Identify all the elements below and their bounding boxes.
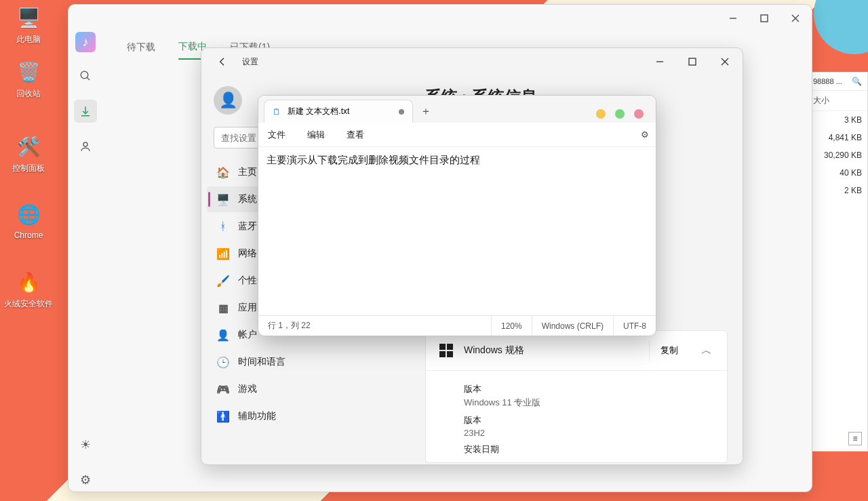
- sidebar-item-label: 游戏: [238, 383, 257, 395]
- this-pc-icon: 🖥️: [15, 4, 42, 31]
- desktop-icon-this-pc[interactable]: 🖥️此电脑: [4, 4, 53, 45]
- status-zoom[interactable]: 120%: [492, 316, 532, 336]
- svg-rect-14: [447, 351, 453, 357]
- desktop-icon-label: 回收站: [4, 88, 53, 100]
- sidebar-item-label: 系统: [238, 193, 257, 205]
- window-controls: [596, 109, 650, 119]
- file-icon: 🗒: [273, 107, 281, 117]
- desktop-icon-chrome[interactable]: 🌐Chrome: [4, 201, 53, 240]
- sidebar-item-gaming[interactable]: 🎮游戏: [207, 376, 405, 402]
- back-button[interactable]: [214, 53, 231, 71]
- notepad-window: 🗒 新建 文本文档.txt ＋ 文件 编辑 查看 ⚙ 主要演示从下载完成到删除视…: [258, 95, 656, 336]
- windows-icon: [438, 342, 454, 359]
- user-button[interactable]: [74, 135, 97, 158]
- chrome-icon: 🌐: [15, 201, 42, 228]
- downloader-sidebar: ♪ ☀ ⚙: [68, 32, 102, 492]
- home-icon: 🏠: [216, 165, 230, 179]
- avatar: 👤: [214, 86, 242, 115]
- recycle-bin-icon: 🗑️: [15, 58, 42, 85]
- file-explorer-path: 98888 ... 🔍: [808, 73, 867, 91]
- file-size-cell[interactable]: 40 KB: [808, 164, 867, 182]
- menu-edit[interactable]: 编辑: [304, 126, 328, 144]
- downloader-titlebar: [68, 5, 812, 32]
- tab-pending[interactable]: 待下载: [127, 41, 155, 59]
- sidebar-item-label: 帐户: [238, 329, 257, 341]
- svg-rect-1: [761, 15, 768, 22]
- chevron-up-icon[interactable]: ︿: [698, 344, 715, 358]
- sidebar-item-time-language[interactable]: 🕒时间和语言: [207, 349, 405, 375]
- spec-version-value: 23H2: [464, 428, 689, 438]
- unsaved-indicator-icon: [399, 109, 404, 115]
- desktop-icon-control-panel[interactable]: 🛠️控制面板: [4, 133, 53, 174]
- svg-rect-12: [447, 344, 453, 350]
- gear-icon[interactable]: ⚙: [641, 129, 649, 140]
- huorong-icon: 🔥: [15, 268, 42, 296]
- notepad-tabbar: 🗒 新建 文本文档.txt ＋: [258, 96, 656, 123]
- sidebar-item-label: 主页: [238, 166, 257, 178]
- sidebar-item-label: 辅助功能: [238, 410, 276, 422]
- windows-spec-card: Windows 规格 复制 ︿ 版本 Windows 11 专业版 版本 23H…: [425, 330, 728, 463]
- gamepad-icon: 🎮: [216, 382, 230, 396]
- tab-title: 新建 文本文档.txt: [288, 106, 349, 117]
- details-pane-toggle[interactable]: ≡: [848, 432, 862, 445]
- status-eol: Windows (CRLF): [532, 316, 614, 336]
- app-logo: ♪: [75, 32, 96, 52]
- column-header-size[interactable]: 大小: [808, 91, 867, 111]
- close-button[interactable]: [634, 109, 644, 119]
- close-button[interactable]: [714, 52, 736, 71]
- maximize-button[interactable]: [615, 109, 625, 119]
- spec-version-label: 版本: [464, 414, 689, 426]
- theme-button[interactable]: ☀: [74, 433, 97, 456]
- svg-point-6: [83, 142, 87, 146]
- notepad-editor[interactable]: 主要演示从下载完成到删除视频文件目录的过程: [258, 147, 656, 315]
- desktop-icon-label: 此电脑: [4, 34, 53, 45]
- file-size-cell[interactable]: 30,290 KB: [808, 146, 867, 164]
- spec-install-label: 安装日期: [464, 443, 689, 456]
- notepad-statusbar: 行 1，列 22 120% Windows (CRLF) UTF-8: [258, 315, 656, 336]
- desktop-icon-label: 控制面板: [4, 163, 53, 174]
- sidebar-item-label: 应用: [238, 302, 257, 314]
- maximize-button[interactable]: [755, 9, 774, 28]
- menu-file[interactable]: 文件: [265, 126, 288, 144]
- desktop-icon-huorong[interactable]: 🔥火绒安全软件: [4, 268, 53, 310]
- bluetooth-icon: ᚼ: [216, 220, 230, 233]
- spec-edition-value: Windows 11 专业版: [464, 397, 689, 409]
- downloads-button[interactable]: [74, 100, 97, 123]
- sidebar-item-label: 蓝牙: [238, 220, 257, 233]
- desktop-icon-label: 火绒安全软件: [4, 298, 53, 310]
- file-size-cell[interactable]: 4,841 KB: [808, 129, 867, 146]
- notepad-menubar: 文件 编辑 查看 ⚙: [258, 123, 656, 147]
- close-button[interactable]: [786, 9, 805, 28]
- spec-edition-label: 版本: [464, 383, 689, 395]
- control-panel-icon: 🛠️: [15, 133, 42, 160]
- system-icon: 🖥️: [216, 193, 230, 206]
- file-size-cell[interactable]: 3 KB: [808, 111, 867, 129]
- clock-icon: 🕒: [216, 355, 230, 369]
- desktop-icon-label: Chrome: [4, 231, 53, 240]
- sidebar-item-accessibility[interactable]: 🚹辅助功能: [207, 403, 405, 429]
- copy-button[interactable]: 复制: [649, 340, 689, 361]
- maximize-button[interactable]: [682, 52, 703, 71]
- brush-icon: 🖌️: [216, 274, 230, 287]
- status-encoding: UTF-8: [614, 316, 656, 336]
- spec-title: Windows 规格: [464, 344, 639, 357]
- account-icon: 👤: [216, 328, 230, 342]
- minimize-button[interactable]: [724, 9, 743, 28]
- svg-line-5: [87, 77, 90, 80]
- accessibility-icon: 🚹: [216, 409, 230, 423]
- search-button[interactable]: [74, 64, 97, 87]
- svg-rect-11: [439, 344, 446, 350]
- minimize-button[interactable]: [649, 52, 671, 71]
- status-position: 行 1，列 22: [258, 316, 492, 336]
- menu-view[interactable]: 查看: [344, 126, 367, 144]
- notepad-tab[interactable]: 🗒 新建 文本文档.txt: [264, 100, 413, 123]
- apps-icon: ▦: [216, 301, 230, 315]
- minimize-button[interactable]: [596, 109, 606, 119]
- search-icon[interactable]: 🔍: [852, 77, 862, 86]
- svg-rect-8: [689, 58, 696, 65]
- svg-point-4: [81, 71, 88, 79]
- file-size-cell[interactable]: 2 KB: [808, 182, 867, 199]
- new-tab-button[interactable]: ＋: [416, 101, 436, 121]
- desktop-icon-recycle-bin[interactable]: 🗑️回收站: [4, 58, 53, 100]
- settings-button[interactable]: ⚙: [74, 468, 97, 492]
